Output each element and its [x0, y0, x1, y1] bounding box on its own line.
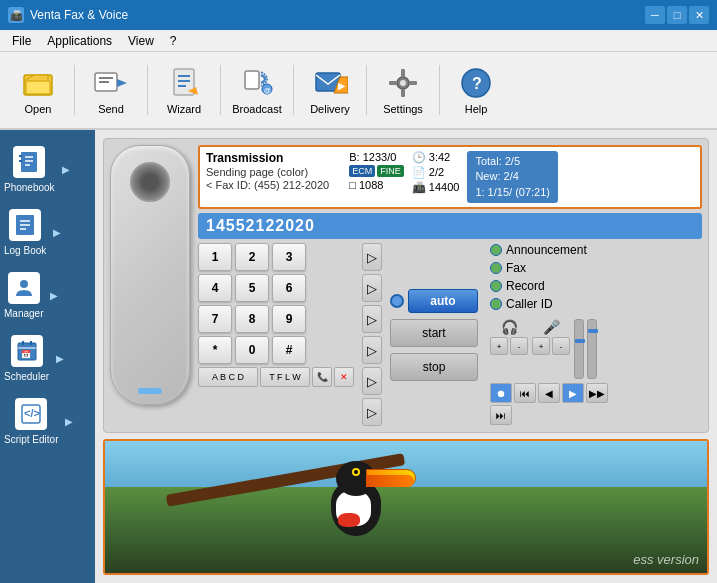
sep5 [366, 65, 367, 115]
dial-8[interactable]: 8 [235, 305, 269, 333]
toolbar-help-button[interactable]: ? Help [446, 56, 506, 124]
vol-up-button[interactable]: + [490, 337, 508, 355]
svg-rect-1 [26, 81, 50, 94]
vol-slider-2[interactable] [587, 319, 597, 379]
menu-file[interactable]: File [4, 32, 39, 50]
settings-icon [385, 65, 421, 101]
pb-prev-button[interactable]: ◀ [538, 383, 560, 403]
sidebar-item-phonebook[interactable]: Phonebook [0, 138, 62, 201]
sep3 [220, 65, 221, 115]
letter-abcd[interactable]: A B C D [198, 367, 258, 387]
playback-controls: ⏺ ⏮ ◀ ▶ ▶▶ ⏭ [490, 383, 610, 425]
transmission-fax: < Fax ID: (455) 212-2020 [206, 179, 329, 191]
scripteditor-expand[interactable]: ▶ [65, 416, 73, 427]
dial-4[interactable]: 4 [198, 274, 232, 302]
vol-down-button[interactable]: - [510, 337, 528, 355]
app-icon: 📠 [8, 7, 24, 23]
open-label: Open [25, 103, 52, 115]
menu-applications[interactable]: Applications [39, 32, 120, 50]
dial-hash[interactable]: # [272, 336, 306, 364]
svg-rect-29 [19, 155, 22, 157]
dial-1[interactable]: 1 [198, 243, 232, 271]
svg-point-18 [400, 80, 406, 86]
dial-7[interactable]: 7 [198, 305, 232, 333]
svg-point-35 [20, 280, 28, 288]
side-btn-4[interactable]: ▷ [362, 336, 382, 364]
dial-2[interactable]: 2 [235, 243, 269, 271]
dialpad-controls-row: 1 2 3 4 5 6 7 8 9 * 0 # [198, 243, 702, 426]
scheduler-label: Scheduler [4, 371, 49, 382]
start-button[interactable]: start [390, 319, 478, 347]
toolbar-settings-button[interactable]: Settings [373, 56, 433, 124]
dial-5[interactable]: 5 [235, 274, 269, 302]
trans-b: B: 1233/0 [349, 151, 404, 163]
sidebar-item-scheduler[interactable]: 📅 Scheduler [0, 327, 56, 390]
menu-help[interactable]: ? [162, 32, 185, 50]
minimize-button[interactable]: ─ [645, 6, 665, 24]
image-preview: ess version [103, 439, 709, 575]
sidebar-item-manager[interactable]: Manager [0, 264, 50, 327]
sidebar-item-logbook[interactable]: Log Book [0, 201, 53, 264]
menu-view[interactable]: View [120, 32, 162, 50]
dial-6[interactable]: 6 [272, 274, 306, 302]
side-btn-3[interactable]: ▷ [362, 305, 382, 333]
manager-expand[interactable]: ▶ [50, 290, 58, 301]
announcement-label: Announcement [506, 243, 587, 257]
letter-x[interactable]: ✕ [334, 367, 354, 387]
letter-tflw[interactable]: T F L W [260, 367, 310, 387]
logbook-icon [9, 209, 41, 241]
svg-rect-19 [401, 69, 405, 77]
pb-record-button[interactable]: ⏺ [490, 383, 512, 403]
logbook-expand[interactable]: ▶ [53, 227, 61, 238]
option-callerid: Caller ID [490, 297, 610, 311]
pb-rewind-button[interactable]: ⏮ [514, 383, 536, 403]
toolbar-broadcast-button[interactable]: @ Broadcast [227, 56, 287, 124]
trans-speed: 📠 14400 [412, 181, 460, 194]
svg-rect-25 [21, 152, 37, 172]
side-btn-1[interactable]: ▷ [362, 243, 382, 271]
sep4 [293, 65, 294, 115]
close-button[interactable]: ✕ [689, 6, 709, 24]
auto-button[interactable]: auto [408, 289, 478, 313]
toolbar: Open Send Wizard [0, 52, 717, 130]
vol-thumb-2 [588, 329, 598, 333]
letter-phone[interactable]: 📞 [312, 367, 332, 387]
toolbar-send-button[interactable]: Send [81, 56, 141, 124]
content-area: Transmission Sending page (color) < Fax … [95, 130, 717, 583]
toolbar-open-button[interactable]: Open [8, 56, 68, 124]
number-display: 14552122020 [198, 213, 702, 239]
dial-3[interactable]: 3 [272, 243, 306, 271]
help-icon: ? [458, 65, 494, 101]
svg-rect-30 [19, 160, 22, 162]
settings-label: Settings [383, 103, 423, 115]
scripteditor-label: Script Editor [4, 434, 58, 445]
pb-ffwd-button[interactable]: ▶▶ [586, 383, 608, 403]
total-line1: Total: 2/5 [475, 154, 550, 169]
stop-button[interactable]: stop [390, 353, 478, 381]
sidebar-item-scripteditor[interactable]: </> Script Editor [0, 390, 65, 453]
maximize-button[interactable]: □ [667, 6, 687, 24]
dial-star[interactable]: * [198, 336, 232, 364]
mic-up-button[interactable]: + [532, 337, 550, 355]
main-area: Phonebook ▶ Log Book ▶ [0, 130, 717, 583]
dial-0[interactable]: 0 [235, 336, 269, 364]
toolbar-wizard-button[interactable]: Wizard [154, 56, 214, 124]
transmission-title: Transmission [206, 151, 329, 165]
auto-indicator [390, 294, 404, 308]
dial-9[interactable]: 9 [272, 305, 306, 333]
svg-rect-11 [245, 71, 259, 89]
scheduler-expand[interactable]: ▶ [56, 353, 64, 364]
vol-slider-1[interactable] [574, 319, 584, 379]
side-btn-6[interactable]: ▷ [362, 398, 382, 426]
pb-play-button[interactable]: ▶ [562, 383, 584, 403]
svg-text:📅: 📅 [21, 349, 31, 359]
mic-up-down: + - [532, 337, 570, 355]
mic-down-button[interactable]: - [552, 337, 570, 355]
side-btn-2[interactable]: ▷ [362, 274, 382, 302]
side-btn-5[interactable]: ▷ [362, 367, 382, 395]
toolbar-delivery-button[interactable]: ▶ Delivery [300, 56, 360, 124]
phonebook-expand[interactable]: ▶ [62, 164, 70, 175]
pb-end-button[interactable]: ⏭ [490, 405, 512, 425]
headphone-icon: 🎧 [501, 319, 518, 335]
dialpad-area: 1 2 3 4 5 6 7 8 9 * 0 # [198, 243, 354, 426]
